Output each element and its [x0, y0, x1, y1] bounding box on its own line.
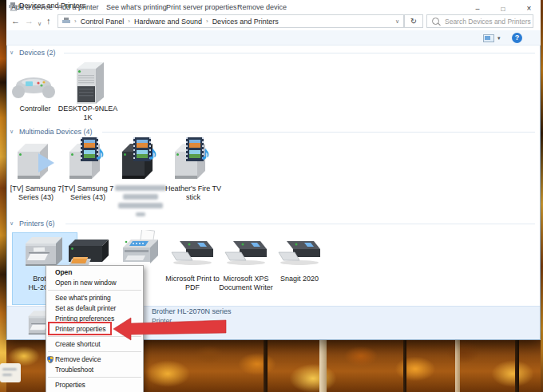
menu-item-printing-preferences[interactable]: Printing preferences [46, 314, 143, 324]
section-title-printers[interactable]: Printers (6) [19, 220, 55, 228]
breadcrumb-devices-and-printers[interactable]: Devices and Printers [212, 18, 279, 26]
menu-item-see-whats-printing[interactable]: See what's printing [46, 293, 143, 303]
pc-tower-icon [70, 62, 105, 104]
section-collapse-icon[interactable]: ∨ [10, 129, 14, 135]
media-tile-fire-tv[interactable]: ♪ [172, 141, 220, 182]
menu-separator [48, 351, 141, 352]
printer-tile-xps-writer[interactable] [224, 238, 268, 271]
location-printer-icon [62, 18, 70, 25]
back-icon: ← [11, 16, 20, 26]
search-input[interactable] [443, 17, 534, 26]
breadcrumb-chevron-icon: › [74, 18, 77, 25]
breadcrumb-chevron-icon: › [128, 18, 130, 25]
section-rule [102, 132, 535, 133]
media-tile-blurred[interactable]: ♪ [119, 141, 167, 182]
section-title-multimedia[interactable]: Multimedia Devices (4) [19, 128, 93, 136]
media-tile-samsung-1[interactable] [14, 141, 62, 182]
change-view-button[interactable] [483, 34, 494, 42]
music-note-icon: ♪ [200, 142, 210, 164]
help-button[interactable]: ? [512, 33, 522, 43]
wallpaper-tree-trunk [403, 340, 406, 392]
close-button[interactable]: × [518, 0, 540, 12]
address-bar[interactable]: › Control Panel › Hardware and Sound › D… [57, 14, 404, 28]
breadcrumb-hardware-and-sound[interactable]: Hardware and Sound [134, 18, 202, 26]
generic-printer-icon [277, 238, 322, 270]
details-device-status: Offline [152, 327, 171, 335]
wallpaper-tree-trunk [455, 340, 460, 392]
toolbar-print-server-properties[interactable]: Print server properties [166, 3, 237, 11]
device-label-desktop[interactable]: DESKTOP-9NLEA 1K [57, 105, 118, 122]
details-device-name: Brother HL-2070N series [152, 307, 232, 315]
printer-tile-print-to-pdf[interactable] [170, 238, 215, 271]
menu-item-create-shortcut[interactable]: Create shortcut [46, 339, 143, 350]
section-rule [65, 224, 535, 224]
printer-label-print-to-pdf[interactable]: Microsoft Print to PDF [164, 275, 221, 292]
toolbar-see-whats-printing[interactable]: See what's printing [106, 3, 167, 11]
up-button[interactable]: ↑ [46, 14, 51, 28]
media-label-samsung-2[interactable]: [TV] Samsung 7 Series (43) [57, 184, 118, 202]
printer-tile-snagit[interactable] [277, 238, 322, 271]
toolbar-remove-device[interactable]: Remove device [237, 3, 287, 11]
search-box[interactable] [426, 14, 533, 28]
minimize-button[interactable]: – [467, 0, 488, 12]
media-label-blurred[interactable] [110, 184, 171, 218]
music-note-icon: ♪ [95, 142, 105, 164]
maximize-button[interactable]: □ [493, 0, 513, 12]
view-caret-icon[interactable]: ▾ [497, 35, 501, 42]
device-tile-desktop[interactable] [67, 62, 109, 107]
chevron-down-icon: ∨ [38, 21, 42, 26]
section-rule [64, 53, 535, 53]
uac-shield-icon [47, 356, 54, 363]
back-button[interactable]: ← [11, 14, 20, 28]
menu-item-open-in-new-window[interactable]: Open in new window [46, 278, 143, 288]
wallpaper-tree-trunk [515, 340, 519, 392]
toolbar-add-a-device[interactable]: Add a device [11, 3, 53, 11]
menu-item-open[interactable]: Open [46, 267, 143, 278]
forward-icon: → [25, 16, 34, 26]
play-icon [38, 153, 54, 172]
refresh-icon: ↻ [410, 17, 417, 26]
section-collapse-icon[interactable]: ∨ [10, 220, 14, 227]
wallpaper-tree-trunk [319, 340, 327, 392]
menu-item-properties[interactable]: Properties [46, 380, 143, 390]
game-controller-icon [11, 73, 56, 101]
music-note-icon: ♪ [148, 142, 157, 164]
up-icon: ↑ [46, 16, 51, 26]
details-device-type: Printer [152, 317, 172, 325]
menu-separator [48, 290, 141, 291]
recent-pages-dropdown[interactable]: ∨ [38, 17, 42, 31]
toolbar-add-a-printer[interactable]: Add a printer [57, 3, 99, 11]
device-label-controller[interactable]: Controller [5, 105, 65, 113]
menu-separator [48, 336, 141, 337]
media-label-fire-tv[interactable]: Heather's Fire TV stick [163, 184, 224, 202]
context-menu: Open Open in new window See what's print… [46, 265, 144, 392]
breadcrumb-control-panel[interactable]: Control Panel [81, 18, 125, 26]
breadcrumb-chevron-icon: › [206, 18, 208, 25]
section-collapse-icon[interactable]: ∨ [10, 49, 14, 56]
help-icon: ? [515, 34, 520, 42]
menu-separator [48, 377, 141, 378]
command-toolbar [6, 30, 541, 46]
desktop-item-blurred [0, 363, 21, 382]
menu-item-printer-properties[interactable]: Printer properties [46, 324, 143, 335]
printer-label-snagit[interactable]: Snagit 2020 [271, 275, 328, 283]
printer-label-xps-writer[interactable]: Microsoft XPS Document Writer [217, 275, 275, 292]
menu-item-remove-device[interactable]: Remove device [46, 354, 143, 365]
generic-printer-icon [224, 238, 268, 270]
refresh-button[interactable]: ↻ [404, 14, 423, 28]
address-dropdown-icon[interactable]: ∨ [395, 18, 399, 25]
wallpaper-tree-trunk [264, 340, 268, 392]
section-title-devices[interactable]: Devices (2) [19, 49, 56, 57]
media-tile-samsung-2[interactable]: ♪ [66, 141, 114, 182]
forward-button[interactable]: → [25, 14, 34, 28]
search-icon [432, 18, 439, 25]
generic-printer-icon [170, 238, 215, 270]
menu-item-troubleshoot[interactable]: Troubleshoot [46, 365, 143, 375]
menu-item-set-as-default-printer[interactable]: Set as default printer [46, 303, 143, 314]
